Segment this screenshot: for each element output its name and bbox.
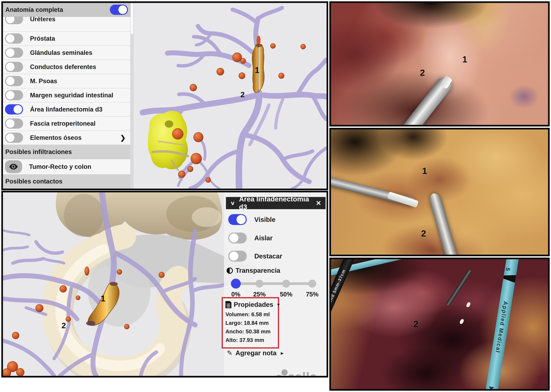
- add-note-button[interactable]: ✎ Agregar nota ▸: [227, 349, 284, 357]
- visibility-eye-button[interactable]: [5, 160, 22, 173]
- sidebar-item-label: Uréteres: [30, 17, 55, 23]
- sidebar-item-area-linfadenectomia[interactable]: Área linfadenectomia d3: [3, 102, 130, 117]
- logo-shoulder: [275, 375, 284, 378]
- scene-label-1: 1: [255, 66, 259, 75]
- sidebar-item-label: Glándulas seminales: [30, 49, 92, 56]
- contrast-icon: [227, 267, 233, 274]
- photo1-tissue: [331, 3, 548, 125]
- margen-toggle[interactable]: [5, 90, 23, 100]
- transparency-row: Transparencia: [227, 267, 280, 274]
- visible-toggle-row: Visible: [228, 214, 276, 225]
- sidebar-item-label: M. Psoas: [30, 77, 57, 85]
- slider-tick: 50%: [280, 291, 292, 298]
- slider-stop-25[interactable]: [255, 280, 263, 287]
- transparency-slider[interactable]: 0% 25% 50% 75%: [224, 276, 326, 295]
- fascia-toggle[interactable]: [5, 119, 23, 129]
- slider-stop-75[interactable]: [308, 280, 316, 287]
- glandulas-toggle[interactable]: [5, 48, 23, 58]
- toggle-knob: [118, 6, 127, 14]
- laparoscopy-photo-1: 1 2: [329, 1, 550, 126]
- sidebar-item-glandulas-seminales[interactable]: Glándulas seminales: [3, 46, 130, 60]
- eye-icon: [9, 163, 18, 170]
- photo-label-1: 1: [422, 166, 427, 176]
- property-row: Volumen: 6.58 ml: [225, 311, 278, 318]
- sidebar-item-margen-seguridad[interactable]: Margen seguridad intestinal: [3, 88, 130, 102]
- prostata-toggle[interactable]: [5, 34, 23, 44]
- scene-label-1: 1: [101, 294, 105, 303]
- photo-label-1: 1: [462, 54, 467, 64]
- trocar-arrow-mark: [488, 386, 494, 391]
- anatomia-completa-toggle[interactable]: [110, 5, 128, 15]
- toggle-label: Aislar: [254, 234, 273, 242]
- sidebar-scrollbar[interactable]: [130, 3, 134, 189]
- destacar-toggle[interactable]: [228, 251, 247, 262]
- logo-dot: [281, 369, 288, 376]
- chevron-right-icon[interactable]: ❯: [120, 134, 126, 141]
- visible-toggle[interactable]: [228, 214, 247, 225]
- property-row: Ancho: 50.38 mm: [225, 329, 278, 335]
- collapse-icon[interactable]: ∨: [230, 200, 235, 206]
- app-canvas: Anatomía completa Uréteres Próstata Glán…: [0, 0, 551, 392]
- properties-title: Propiedades: [234, 301, 273, 308]
- sidebar-header-label: Anatomía completa: [5, 6, 63, 13]
- slider-stop-50[interactable]: [282, 280, 290, 287]
- detail-panel-title: Área linfadenectomia d3: [239, 195, 312, 211]
- properties-header[interactable]: Propiedades ▾: [225, 301, 278, 308]
- tumor-cavity: [165, 120, 173, 128]
- bladder-structure: [56, 192, 222, 240]
- sidebar-item-m-psoas[interactable]: M. Psoas: [3, 74, 130, 88]
- sidebar-item-conductos-deferentes[interactable]: Conductos deferentes: [3, 60, 130, 74]
- laparoscopy-photo-2: 1 2: [329, 128, 550, 256]
- psoas-toggle[interactable]: [5, 76, 23, 86]
- watermark-text: cella: [288, 370, 317, 378]
- caret-down-icon[interactable]: ▾: [277, 302, 280, 308]
- property-row: Alto: 37.93 mm: [225, 337, 278, 343]
- slider-knob[interactable]: [231, 279, 241, 288]
- document-icon: [225, 301, 231, 308]
- laparoscopy-photo-3: LigaSure Maryland 5mm-37cm 5 Applied Med…: [329, 258, 550, 391]
- slider-tick: 75%: [306, 291, 319, 298]
- d3-lymphadenectomy-structure: [252, 35, 264, 92]
- sidebar-item-label: Área linfadenectomia d3: [30, 106, 102, 113]
- detail-panel: ∨ Área linfadenectomia d3 ✕ Visible Aisl…: [224, 192, 326, 376]
- trocar-band: [503, 273, 516, 283]
- slider-tick: 0%: [231, 291, 240, 298]
- scene-label-2: 2: [62, 321, 66, 330]
- sidebar-item-label: Próstata: [30, 35, 55, 42]
- scrollbar-thumb[interactable]: [131, 3, 133, 34]
- ureteres-toggle[interactable]: [5, 17, 23, 24]
- lymph-area-panel: 1 2 ∨ Área linfadenectomia d3 ✕ Visible …: [1, 191, 328, 378]
- aislar-toggle-row: Aislar: [228, 232, 273, 244]
- sidebar-item-prostata[interactable]: Próstata: [3, 32, 130, 46]
- linfadenectomia-toggle[interactable]: [5, 104, 23, 114]
- sidebar-item-label: Tumor-Recto y colon: [29, 163, 91, 170]
- sidebar-item-label: Fascia retroperitoneal: [30, 120, 95, 127]
- 3d-viewport-anatomy[interactable]: 1 2: [134, 3, 326, 189]
- watermark-logo: cella: [273, 366, 326, 378]
- sidebar-item-tumor-recto-colon[interactable]: Tumor-Recto y colon: [3, 159, 130, 175]
- transparency-label: Transparencia: [236, 267, 280, 274]
- sidebar-item-label: Elementos óseos: [30, 134, 82, 141]
- sidebar-item-ureteres[interactable]: Uréteres: [3, 17, 130, 32]
- sidebar-item-fascia-retroperitoneal[interactable]: Fascia retroperitoneal: [3, 117, 130, 131]
- section-posibles-contactos: Posibles contactos: [3, 175, 130, 189]
- sidebar-header: Anatomía completa: [3, 3, 130, 17]
- photo-label-2: 2: [420, 68, 425, 78]
- properties-box: Propiedades ▾ Volumen: 6.58 ml Largo: 18…: [222, 297, 279, 349]
- destacar-toggle-row: Destacar: [228, 251, 282, 262]
- slider-tick: 25%: [253, 291, 266, 298]
- tumor-yellow-structure: [148, 111, 188, 170]
- conductos-toggle[interactable]: [5, 62, 23, 72]
- anatomy-browser-panel: Anatomía completa Uréteres Próstata Glán…: [1, 1, 328, 190]
- close-icon[interactable]: ✕: [316, 199, 321, 207]
- sidebar-item-label: Margen seguridad intestinal: [30, 92, 113, 99]
- toggle-label: Visible: [254, 216, 276, 223]
- detail-panel-header[interactable]: ∨ Área linfadenectomia d3 ✕: [226, 197, 326, 209]
- aislar-toggle[interactable]: [228, 232, 247, 244]
- trocar-size-label: 5: [505, 267, 511, 272]
- photo-label-2: 2: [421, 228, 426, 238]
- slider-track[interactable]: [233, 282, 315, 285]
- oseos-toggle[interactable]: [5, 133, 23, 143]
- toggle-label: Destacar: [254, 252, 282, 260]
- sidebar-item-elementos-oseos[interactable]: Elementos óseos ❯: [3, 131, 130, 145]
